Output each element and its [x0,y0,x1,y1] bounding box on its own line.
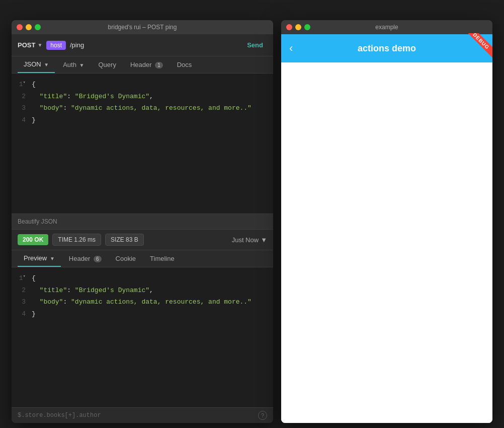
tab-preview-label: Preview [24,254,47,262]
window-controls [17,24,41,30]
tab-header-label: Header [130,61,152,68]
line-num-4: 4 [18,114,26,126]
code-line-2: 2 "title": "Bridged's Dynamic", [18,91,267,102]
code-content-4: } [32,114,36,126]
host-badge[interactable]: host [46,41,66,50]
method-dropdown-icon: ▼ [37,42,42,48]
line-num-2: 2 [18,91,26,102]
auth-tab-dropdown-icon: ▼ [79,62,85,68]
timestamp-selector[interactable]: Just Now ▼ [232,236,267,244]
code-content-2: "title": "Bridged's Dynamic", [32,91,153,102]
preview-tab-dropdown-icon: ▼ [50,256,55,261]
back-button[interactable]: ‹ [289,42,293,55]
resp-line-num-1: 1▾ [18,272,26,284]
tab-cookie[interactable]: Cookie [110,251,142,266]
resp-json-key-body: "body" [32,298,63,306]
code-content-1: { [32,79,36,91]
api-client-window: bridged's rui – POST ping POST ▼ host /p… [12,20,273,423]
resp-line-num-3: 3 [18,296,26,308]
method-label: POST [18,41,35,49]
resp-json-val-body: "dynamic actions, data, resources, and m… [71,298,251,306]
desktop: bridged's rui – POST ping POST ▼ host /p… [0,0,504,428]
mobile-app-header: ‹ actions demo DEBUG [281,34,492,62]
line-num-1: 1▾ [18,79,26,91]
request-tabs: JSON ▼ Auth ▼ Query Header 1 Docs [12,56,273,74]
tab-preview[interactable]: Preview ▼ [18,250,61,267]
tab-header[interactable]: Header 1 [124,57,169,73]
json-val-body: "dynamic actions, data, resources, and m… [71,104,251,112]
bottom-status-bar: $.store.books[+].author ? [12,407,273,423]
mobile-maximize-dot[interactable] [304,24,310,30]
minimize-dot[interactable] [26,24,32,30]
resp-json-key-title: "title" [32,287,67,294]
beautify-json-button[interactable]: Beautify JSON [12,213,273,230]
response-header-badge: 6 [94,256,102,262]
close-dot[interactable] [17,24,23,30]
tab-docs[interactable]: Docs [171,57,198,73]
timestamp-label: Just Now [232,236,259,244]
debug-badge-container: DEBUG [465,33,492,61]
status-code-badge: 200 OK [18,234,48,245]
mobile-app-title: actions demo [358,43,416,54]
tab-query-label: Query [98,61,116,68]
json-key-title: "title" [32,93,67,100]
resp-code-content-1: { [32,272,36,284]
tab-query[interactable]: Query [92,57,122,73]
resp-code-line-3: 3 "body": "dynamic actions, data, resour… [18,296,267,308]
tab-timeline[interactable]: Timeline [144,251,181,266]
timestamp-dropdown-icon: ▼ [261,236,267,244]
code-content-3: "body": "dynamic actions, data, resource… [32,102,251,114]
resp-json-val-title: "Bridged's Dynamic" [75,287,149,294]
resp-code-line-4: 4 } [18,308,267,320]
help-icon[interactable]: ? [258,411,267,420]
request-bar: POST ▼ host /ping Send [12,34,273,56]
tab-response-header-label: Header [69,255,91,262]
response-time: TIME 1.26 ms [52,234,101,246]
tab-auth-label: Auth [63,61,76,68]
url-path[interactable]: /ping [70,41,239,49]
jsonpath-hint: $.store.books[+].author [18,412,101,419]
response-tabs: Preview ▼ Header 6 Cookie Timeline [12,250,273,267]
json-key-body: "body" [32,104,63,112]
api-window-title: bridged's rui – POST ping [108,24,177,31]
resp-code-content-2: "title": "Bridged's Dynamic", [32,284,153,296]
api-window-titlebar: bridged's rui – POST ping [12,20,273,34]
tab-response-header[interactable]: Header 6 [63,251,108,266]
code-line-1: 1▾ { [18,79,267,91]
tab-timeline-label: Timeline [150,255,175,262]
response-status-bar: 200 OK TIME 1.26 ms SIZE 83 B Just Now ▼ [12,230,273,250]
resp-code-content-4: } [32,308,36,320]
maximize-dot[interactable] [35,24,41,30]
tab-auth[interactable]: Auth ▼ [57,57,90,73]
mobile-window-title: example [375,24,398,31]
mobile-titlebar: example [281,20,492,34]
response-body: 1▾ { 2 "title": "Bridged's Dynamic", 3 "… [12,267,273,407]
mobile-preview-window: example ‹ actions demo DEBUG [281,20,492,423]
mobile-minimize-dot[interactable] [295,24,301,30]
tab-docs-label: Docs [177,61,192,68]
mobile-app-body [281,62,492,423]
json-tab-dropdown-icon: ▼ [44,62,49,67]
tab-json-label: JSON [24,60,41,68]
mobile-close-dot[interactable] [286,24,292,30]
mobile-content: ‹ actions demo DEBUG [281,34,492,423]
json-editor[interactable]: 1▾ { 2 "title": "Bridged's Dynamic", 3 "… [12,74,273,213]
method-selector[interactable]: POST ▼ [18,41,42,49]
json-val-title: "Bridged's Dynamic" [75,93,149,100]
mobile-window-controls [286,24,310,30]
response-size: SIZE 83 B [105,234,144,246]
resp-code-line-1: 1▾ { [18,272,267,284]
send-button[interactable]: Send [243,39,267,51]
resp-code-content-3: "body": "dynamic actions, data, resource… [32,296,251,308]
line-num-3: 3 [18,102,26,114]
debug-badge-label: DEBUG [465,33,492,57]
tab-cookie-label: Cookie [116,255,136,262]
header-badge: 1 [155,62,163,68]
tab-json[interactable]: JSON ▼ [18,56,55,73]
code-line-3: 3 "body": "dynamic actions, data, resour… [18,102,267,114]
resp-line-num-2: 2 [18,284,26,296]
code-line-4: 4 } [18,114,267,126]
resp-code-line-2: 2 "title": "Bridged's Dynamic", [18,284,267,296]
resp-line-num-4: 4 [18,308,26,320]
